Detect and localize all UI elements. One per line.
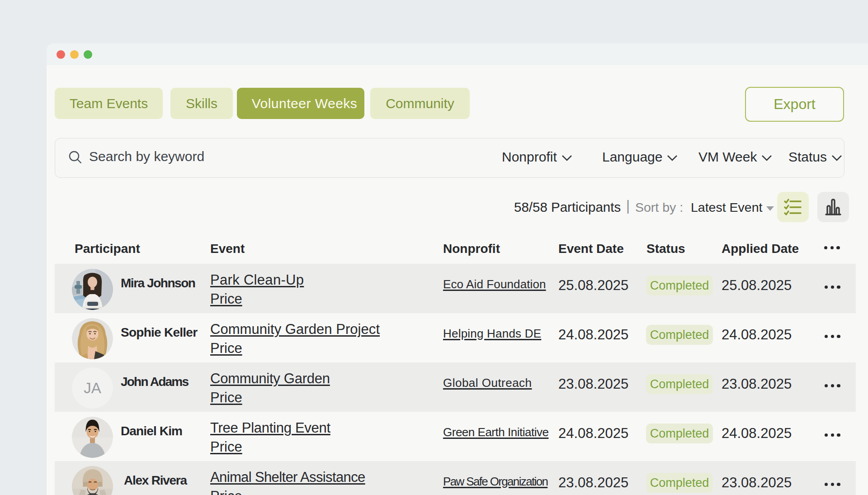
svg-text:JA: JA	[84, 380, 101, 396]
